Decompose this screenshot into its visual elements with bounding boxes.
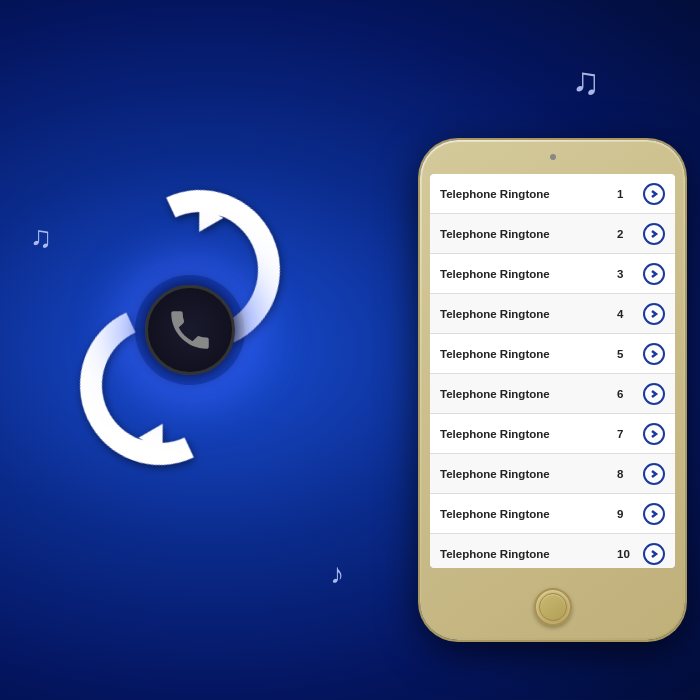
chevron-button[interactable]	[643, 543, 665, 565]
chevron-button[interactable]	[643, 383, 665, 405]
home-button-inner	[539, 593, 567, 621]
phone-frame: Telephone Ringtone1Telephone Ringtone2Te…	[420, 140, 685, 640]
ringtone-label: Telephone Ringtone	[440, 548, 617, 560]
ringtone-label: Telephone Ringtone	[440, 228, 617, 240]
chevron-button[interactable]	[643, 183, 665, 205]
ringtone-label: Telephone Ringtone	[440, 468, 617, 480]
phone-icon-area	[40, 180, 340, 500]
chevron-right-icon	[649, 309, 659, 319]
chevron-right-icon	[649, 549, 659, 559]
chevron-button[interactable]	[643, 223, 665, 245]
home-button[interactable]	[534, 588, 572, 626]
chevron-right-icon	[649, 269, 659, 279]
chevron-button[interactable]	[643, 463, 665, 485]
ringtone-label: Telephone Ringtone	[440, 268, 617, 280]
ringtone-item[interactable]: Telephone Ringtone2	[430, 214, 675, 254]
ringtone-item[interactable]: Telephone Ringtone3	[430, 254, 675, 294]
ringtone-label: Telephone Ringtone	[440, 308, 617, 320]
chevron-button[interactable]	[643, 423, 665, 445]
chevron-button[interactable]	[643, 263, 665, 285]
ringtone-item[interactable]: Telephone Ringtone10	[430, 534, 675, 568]
chevron-button[interactable]	[643, 303, 665, 325]
phone-screen: Telephone Ringtone1Telephone Ringtone2Te…	[430, 174, 675, 568]
chevron-button[interactable]	[643, 503, 665, 525]
ringtone-item[interactable]: Telephone Ringtone4	[430, 294, 675, 334]
chevron-right-icon	[649, 429, 659, 439]
ringtone-number: 7	[617, 428, 635, 440]
chevron-right-icon	[649, 469, 659, 479]
phone-inner: Telephone Ringtone1Telephone Ringtone2Te…	[422, 142, 683, 638]
ringtone-number: 4	[617, 308, 635, 320]
chevron-right-icon	[649, 389, 659, 399]
ringtone-list: Telephone Ringtone1Telephone Ringtone2Te…	[430, 174, 675, 568]
phone-speaker	[550, 154, 556, 160]
ringtone-number: 6	[617, 388, 635, 400]
ringtone-label: Telephone Ringtone	[440, 188, 617, 200]
ringtone-label: Telephone Ringtone	[440, 508, 617, 520]
chevron-right-icon	[649, 349, 659, 359]
ringtone-item[interactable]: Telephone Ringtone7	[430, 414, 675, 454]
music-note-top-right: ♫	[572, 60, 601, 103]
ringtone-item[interactable]: Telephone Ringtone1	[430, 174, 675, 214]
ringtone-label: Telephone Ringtone	[440, 348, 617, 360]
ringtone-number: 1	[617, 188, 635, 200]
ringtone-label: Telephone Ringtone	[440, 428, 617, 440]
ringtone-item[interactable]: Telephone Ringtone8	[430, 454, 675, 494]
ringtone-item[interactable]: Telephone Ringtone5	[430, 334, 675, 374]
ringtone-item[interactable]: Telephone Ringtone9	[430, 494, 675, 534]
ringtone-item[interactable]: Telephone Ringtone6	[430, 374, 675, 414]
handset-circle	[145, 285, 235, 375]
ringtone-number: 3	[617, 268, 635, 280]
chevron-button[interactable]	[643, 343, 665, 365]
chevron-right-icon	[649, 509, 659, 519]
ringtone-number: 10	[617, 548, 635, 560]
ringtone-label: Telephone Ringtone	[440, 388, 617, 400]
chevron-right-icon	[649, 229, 659, 239]
ringtone-number: 5	[617, 348, 635, 360]
ringtone-number: 2	[617, 228, 635, 240]
music-note-bottom: ♪	[330, 558, 344, 590]
ringtone-number: 9	[617, 508, 635, 520]
ringtone-number: 8	[617, 468, 635, 480]
phone-handset-icon	[165, 305, 215, 355]
chevron-right-icon	[649, 189, 659, 199]
